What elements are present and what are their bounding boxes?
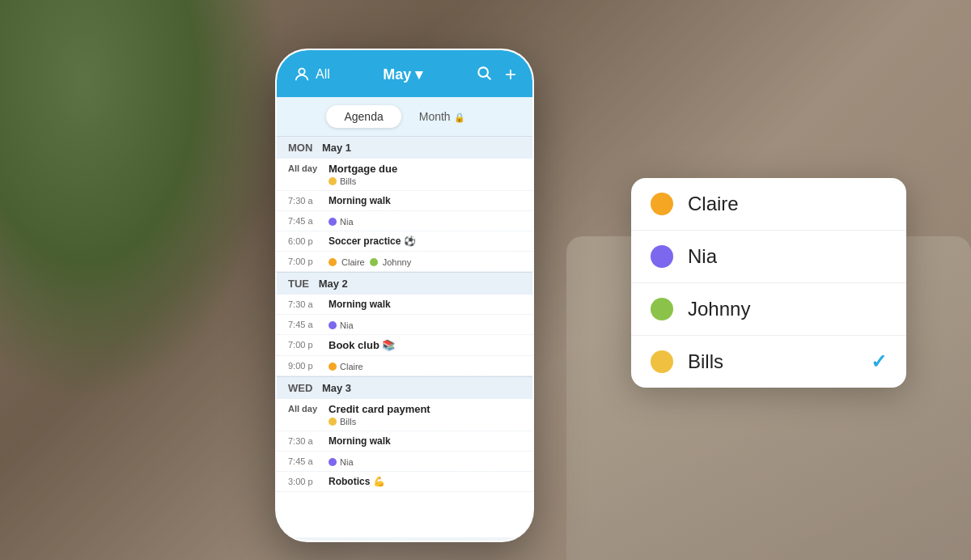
bills-color-dot	[651, 350, 673, 373]
dropdown-item-claire[interactable]: Claire	[631, 178, 906, 231]
svg-point-1	[478, 67, 488, 77]
time-700p-2: 7:00 p	[288, 339, 322, 350]
event-morning-walk-2: 7:30 a Morning walk	[277, 295, 532, 315]
time-745a-1: 7:45 a	[288, 215, 322, 226]
nia-dot-2	[329, 321, 337, 329]
event-mortgage-content: Mortgage due Bills	[329, 163, 521, 186]
nia-label-3: Nia	[340, 457, 354, 467]
day-name-tue: TUE	[288, 278, 309, 290]
tab-bar: Agenda Month 🔒	[277, 97, 532, 136]
day-header-mon: MON May 1	[277, 136, 532, 159]
credit-card-title: Credit card payment	[329, 403, 521, 415]
day-date-mon: May 1	[322, 142, 351, 154]
month-selector[interactable]: May ▾	[383, 66, 422, 83]
time-745a-2: 7:45 a	[288, 319, 322, 329]
event-credit-card: All day Credit card payment Bills	[277, 399, 532, 431]
johnny-dot	[370, 258, 378, 266]
johnny-label: Johnny	[383, 257, 411, 267]
time-730a-3: 7:30 a	[288, 435, 322, 446]
day-date-wed: May 3	[322, 382, 351, 394]
event-mortgage-title: Mortgage due	[329, 163, 521, 175]
morning-walk-3-content: Morning walk	[329, 435, 521, 447]
time-600p: 6:00 p	[288, 235, 322, 246]
calendar-body: MON May 1 All day Mortgage due Bills 7:3…	[277, 136, 532, 537]
add-icon[interactable]: +	[505, 63, 516, 86]
all-label: All	[316, 67, 330, 82]
morning-walk-2-content: Morning walk	[329, 299, 521, 310]
nia-dot-1	[329, 218, 337, 226]
claire-johnny-content: Claire Johnny	[329, 256, 521, 267]
event-nia-2: 7:45 a Nia	[277, 315, 532, 335]
claire-dropdown-label: Claire	[688, 193, 739, 215]
dropdown-item-bills[interactable]: Bills ✓	[631, 336, 906, 388]
day-name-wed: WED	[288, 382, 312, 394]
claire-dot-2	[329, 363, 337, 371]
event-morning-walk-3: 7:30 a Morning walk	[277, 431, 532, 452]
time-730a-2: 7:30 a	[288, 299, 322, 309]
soccer-title: Soccer practice ⚽	[329, 235, 521, 247]
header-actions: +	[476, 63, 516, 86]
time-900p: 9:00 p	[288, 360, 322, 371]
nia-2-content: Nia	[329, 319, 521, 330]
time-730a-1: 7:30 a	[288, 195, 322, 206]
event-claire-johnny: 7:00 p Claire Johnny	[277, 252, 532, 272]
nia-label-2: Nia	[340, 320, 354, 330]
morning-walk-2-title: Morning walk	[329, 299, 521, 310]
nia-3-content: Nia	[329, 456, 521, 467]
bills-dot	[329, 177, 337, 185]
event-robotics: 3:00 p Robotics 💪	[277, 472, 532, 492]
bills-dropdown-label: Bills	[688, 350, 723, 373]
time-allday-2: All day	[288, 403, 322, 414]
phone-mockup: All May ▾ + Agenda Month 🔒 MON Ma	[275, 49, 534, 542]
event-claire-2: 9:00 p Claire	[277, 356, 532, 376]
event-soccer: 6:00 p Soccer practice ⚽	[277, 231, 532, 252]
bookclub-title: Book club 📚	[329, 339, 521, 351]
robotics-content: Robotics 💪	[329, 476, 521, 487]
nia-dropdown-label: Nia	[688, 245, 717, 268]
tab-month[interactable]: Month 🔒	[401, 105, 483, 128]
search-icon[interactable]	[476, 65, 492, 85]
event-nia-3: 7:45 a Nia	[277, 452, 532, 472]
event-morning-walk-1: 7:30 a Morning walk	[277, 191, 532, 211]
johnny-dropdown-label: Johnny	[688, 298, 750, 320]
morning-walk-1-title: Morning walk	[329, 195, 521, 206]
morning-walk-1-content: Morning walk	[329, 195, 521, 206]
bills-dot-2	[329, 418, 337, 426]
day-name-mon: MON	[288, 142, 312, 154]
claire-2-content: Claire	[329, 360, 521, 371]
day-header-tue: TUE May 2	[277, 272, 532, 295]
event-mortgage: All day Mortgage due Bills	[277, 159, 532, 191]
phone-header: All May ▾ +	[277, 50, 532, 97]
header-all[interactable]: All	[293, 66, 330, 83]
nia-1-content: Nia	[329, 215, 521, 227]
tab-month-label: Month 🔒	[419, 110, 465, 123]
credit-card-content: Credit card payment Bills	[329, 403, 521, 426]
bills-label: Bills	[340, 176, 356, 186]
claire-label-2: Claire	[340, 362, 363, 371]
bills-checkmark: ✓	[871, 350, 887, 373]
dropdown-item-johnny[interactable]: Johnny	[631, 283, 906, 336]
morning-walk-3-title: Morning walk	[329, 435, 521, 447]
bookclub-content: Book club 📚	[329, 339, 521, 351]
soccer-content: Soccer practice ⚽	[329, 235, 521, 247]
robotics-title: Robotics 💪	[329, 476, 521, 487]
calendar-filter-dropdown: Claire Nia Johnny Bills ✓	[631, 178, 906, 388]
day-header-wed: WED May 3	[277, 376, 532, 399]
dropdown-item-nia[interactable]: Nia	[631, 231, 906, 283]
claire-label: Claire	[341, 257, 365, 267]
nia-color-dot	[651, 245, 673, 268]
month-label: May ▾	[383, 66, 422, 83]
johnny-color-dot	[651, 298, 673, 320]
tab-agenda-label: Agenda	[344, 110, 383, 123]
svg-line-2	[487, 75, 491, 79]
day-date-tue: May 2	[319, 278, 348, 290]
claire-color-dot	[651, 193, 673, 215]
time-300p: 3:00 p	[288, 476, 322, 486]
nia-dot-3	[329, 458, 337, 466]
bills-label-2: Bills	[340, 417, 356, 426]
claire-dot	[329, 258, 337, 266]
tab-agenda[interactable]: Agenda	[326, 105, 401, 128]
time-745a-3: 7:45 a	[288, 456, 322, 466]
nia-label-1: Nia	[340, 217, 354, 227]
person-icon	[293, 66, 311, 83]
